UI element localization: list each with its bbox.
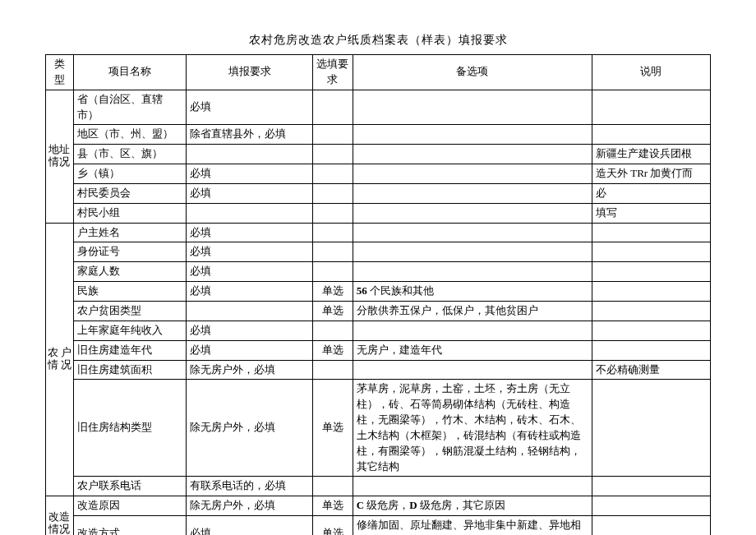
cell-sel [313, 242, 353, 262]
table-row: 上年家庭年纯收入 必填 [46, 321, 711, 340]
cell-note [592, 125, 710, 145]
cell-req: 必填 [187, 321, 313, 340]
cell-note [592, 477, 710, 496]
cell-opt [353, 262, 592, 282]
cell-req [187, 145, 313, 164]
cell-opt [353, 164, 592, 184]
cell-opt [353, 321, 592, 340]
cell-opt [353, 242, 592, 262]
header-row: 类型 项目名称 填报要求 选填要求 备选项 说明 [46, 55, 711, 90]
table-row: 农户联系电话 有联系电话的，必填 [46, 477, 711, 496]
cell-note [592, 340, 710, 360]
table-row: 农户贫困类型 单选 分散供养五保户，低保户，其他贫困户 [46, 301, 711, 321]
table-row: 乡（镇） 必填 造天外 TRr 加黄仃而 [46, 164, 711, 184]
cell-name: 旧住房建造年代 [73, 340, 187, 360]
cell-opt [353, 477, 592, 496]
head-req: 填报要求 [187, 55, 313, 90]
cell-opt: 无房户，建造年代 [353, 340, 592, 360]
cell-name: 身份证号 [73, 242, 187, 262]
cell-req: 除无房户外，必填 [187, 360, 313, 380]
cell-opt: 茅草房，泥草房，土窑，土坯，夯土房（无立柱），砖、石等简易砌体结构（无砖柱、构造… [353, 380, 592, 477]
cell-note [592, 90, 710, 125]
cell-name: 家庭人数 [73, 262, 187, 282]
section-house-label: 农 户情 况 [46, 223, 74, 496]
cell-note [592, 223, 710, 242]
cell-req: 有联系电话的，必填 [187, 477, 313, 496]
table-row: 民族 必填 单选 56 个民族和其他 [46, 282, 711, 302]
cell-sel [313, 164, 353, 184]
cell-sel: 单选 [313, 516, 353, 535]
cell-opt: 分散供养五保户，低保户，其他贫困户 [353, 301, 592, 321]
table-row: 家庭人数 必填 [46, 262, 711, 282]
cell-opt [353, 90, 592, 125]
cell-sel [313, 262, 353, 282]
section-addr-label: 地址情况 [46, 90, 74, 223]
page-title: 农村危房改造农户纸质档案表（样表）填报要求 [45, 33, 711, 48]
cell-opt: C 级危房，D 级危房，其它原因 [353, 496, 592, 516]
head-type: 类型 [46, 55, 74, 90]
cell-sel [313, 203, 353, 223]
cell-req: 必填 [187, 262, 313, 282]
section-reno-label: 改造情况 [46, 496, 74, 535]
cell-name: 农户贫困类型 [73, 301, 187, 321]
cell-note [592, 496, 710, 516]
table-row: 旧住房结构类型 除无房户外，必填 单选 茅草房，泥草房，土窑，土坯，夯土房（无立… [46, 380, 711, 477]
table-row: 旧住房建造年代 必填 单选 无房户，建造年代 [46, 340, 711, 360]
cell-sel [313, 145, 353, 164]
cell-name: 改造原因 [73, 496, 187, 516]
head-note: 说明 [592, 55, 710, 90]
table-row: 县（市、区、旗） 新疆生产建设兵团根 [46, 145, 711, 164]
table-row: 村民委员会 必填 必 [46, 183, 711, 203]
table-row: 地区（市、州、盟） 除省直辖县外，必填 [46, 125, 711, 145]
cell-name: 村民委员会 [73, 183, 187, 203]
cell-sel [313, 223, 353, 242]
cell-name: 上年家庭年纯收入 [73, 321, 187, 340]
cell-name: 地区（市、州、盟） [73, 125, 187, 145]
cell-name: 县（市、区、旗） [73, 145, 187, 164]
cell-sel: 单选 [313, 301, 353, 321]
cell-sel: 单选 [313, 340, 353, 360]
cell-sel [313, 321, 353, 340]
cell-note: 必 [592, 183, 710, 203]
cell-sel [313, 360, 353, 380]
cell-req: 除无房户外，必填 [187, 380, 313, 477]
head-name: 项目名称 [73, 55, 187, 90]
cell-note: 新疆生产建设兵团根 [592, 145, 710, 164]
cell-sel: 单选 [313, 380, 353, 477]
table-row: 旧住房建筑面积 除无房户外，必填 不必精确测量 [46, 360, 711, 380]
cell-req: 必填 [187, 183, 313, 203]
cell-req: 必填 [187, 242, 313, 262]
cell-note: 填写 [592, 203, 710, 223]
table-row: 农 户情 况 户主姓名 必填 [46, 223, 711, 242]
cell-note [592, 516, 710, 535]
cell-name: 民族 [73, 282, 187, 302]
head-opt: 备选项 [353, 55, 592, 90]
cell-name: 乡（镇） [73, 164, 187, 184]
cell-opt [353, 183, 592, 203]
cell-name: 村民小组 [73, 203, 187, 223]
cell-note [592, 380, 710, 477]
cell-req: 必填 [187, 282, 313, 302]
cell-req: 必填 [187, 164, 313, 184]
cell-req: 必填 [187, 90, 313, 125]
table-row: 改造情况 改造原因 除无房户外，必填 单选 C 级危房，D 级危房，其它原因 [46, 496, 711, 516]
cell-name: 改造方式 [73, 516, 187, 535]
cell-sel: 单选 [313, 282, 353, 302]
cell-note [592, 262, 710, 282]
cell-opt [353, 360, 592, 380]
form-table: 类型 项目名称 填报要求 选填要求 备选项 说明 地址情况 省（自治区、直辖市）… [45, 54, 711, 535]
table-row: 身份证号 必填 [46, 242, 711, 262]
cell-note [592, 282, 710, 302]
cell-sel [313, 90, 353, 125]
cell-opt [353, 223, 592, 242]
cell-opt [353, 145, 592, 164]
cell-name: 省（自治区、直辖市） [73, 90, 187, 125]
cell-sel [313, 125, 353, 145]
table-row: 改造方式 必填 单选 修缮加固、原址翻建、异地非集中新建、异地相对集中新建、房屋… [46, 516, 711, 535]
cell-note: 造天外 TRr 加黄仃而 [592, 164, 710, 184]
cell-req [187, 301, 313, 321]
cell-note [592, 321, 710, 340]
cell-opt [353, 125, 592, 145]
cell-req: 除无房户外，必填 [187, 496, 313, 516]
cell-name: 旧住房结构类型 [73, 380, 187, 477]
